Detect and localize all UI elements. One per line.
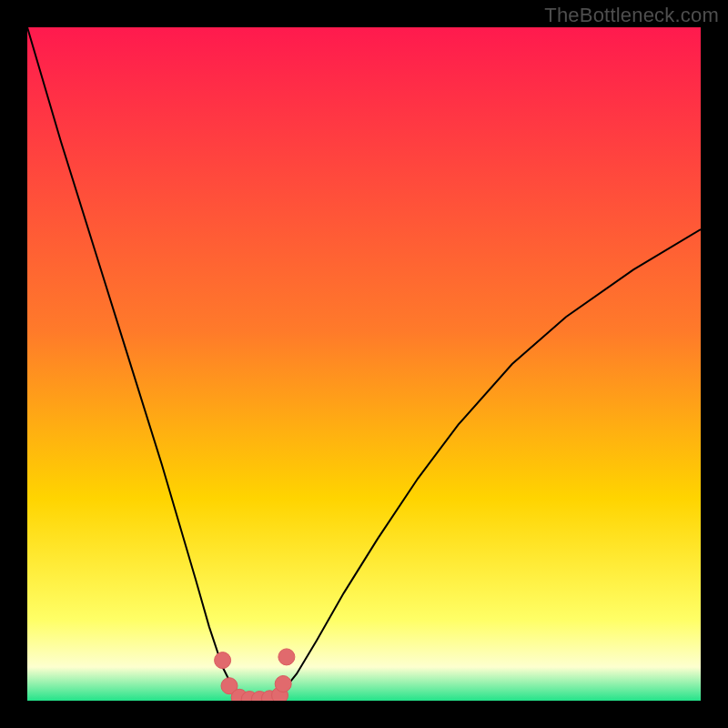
plot-area <box>27 27 701 701</box>
chart-svg <box>27 27 701 701</box>
curve-marker <box>215 652 231 669</box>
gradient-background <box>27 27 701 701</box>
watermark-text: TheBottleneck.com <box>544 4 719 27</box>
curve-marker <box>275 676 291 693</box>
outer-frame: TheBottleneck.com <box>0 0 728 728</box>
curve-marker <box>278 649 295 665</box>
